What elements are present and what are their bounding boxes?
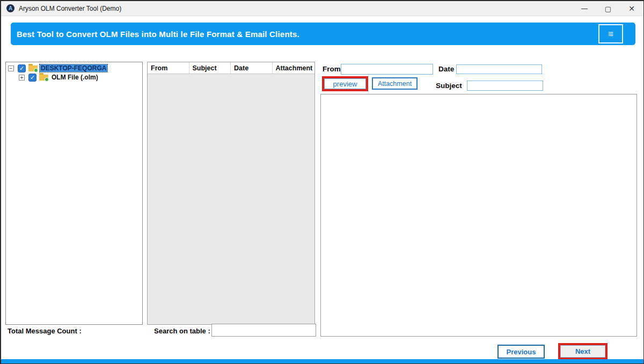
column-header-from[interactable]: From xyxy=(148,62,189,74)
attachment-button[interactable]: Attachment xyxy=(372,77,418,90)
app-window: A Aryson OLM Converter Tool (Demo) — ▢ ✕… xyxy=(0,0,644,364)
tree-item-label[interactable]: DESKTOP-FEQORGA xyxy=(40,64,107,72)
next-highlight-box: Next xyxy=(558,343,608,360)
expand-icon[interactable]: + xyxy=(19,75,25,81)
from-label: From xyxy=(323,65,341,73)
folder-icon xyxy=(39,75,48,81)
search-on-table-label: Search on table : xyxy=(154,327,210,335)
banner-text: Best Tool to Convert OLM Files into Mult… xyxy=(17,30,299,39)
column-header-date[interactable]: Date xyxy=(231,62,273,74)
folder-tree-panel: − ✓ DESKTOP-FEQORGA + ✓ OLM File (.olm) xyxy=(5,62,143,325)
date-field-wrap xyxy=(456,64,542,74)
column-header-subject[interactable]: Subject xyxy=(189,62,231,74)
subject-field[interactable] xyxy=(467,82,543,91)
bottom-accent-bar xyxy=(1,359,643,363)
close-icon[interactable]: ✕ xyxy=(620,1,643,16)
subject-field-wrap xyxy=(467,81,543,91)
tree-item-label[interactable]: OLM File (.olm) xyxy=(50,74,99,81)
preview-button[interactable]: preview xyxy=(324,78,366,89)
checkbox-checked-icon[interactable]: ✓ xyxy=(18,64,26,72)
minimize-icon[interactable]: — xyxy=(573,1,596,16)
tree-item-desktop[interactable]: − ✓ DESKTOP-FEQORGA xyxy=(6,64,142,72)
window-controls: — ▢ ✕ xyxy=(573,1,643,16)
tree-item-olm-file[interactable]: + ✓ OLM File (.olm) xyxy=(17,73,142,82)
hamburger-icon: ≡ xyxy=(608,30,613,39)
checkbox-checked-icon[interactable]: ✓ xyxy=(28,74,36,82)
column-header-attachment[interactable]: Attachment xyxy=(273,62,314,74)
subject-label: Subject xyxy=(436,82,462,90)
window-title: Aryson OLM Converter Tool (Demo) xyxy=(19,5,121,12)
date-label: Date xyxy=(438,65,454,73)
folder-icon xyxy=(28,65,38,71)
message-table-body xyxy=(148,74,314,324)
promo-banner: Best Tool to Convert OLM Files into Mult… xyxy=(11,23,635,45)
from-field-wrap xyxy=(341,64,433,75)
total-message-count-label: Total Message Count : xyxy=(8,327,82,335)
menu-button[interactable]: ≡ xyxy=(598,24,623,43)
previous-button[interactable]: Previous xyxy=(497,345,545,359)
preview-highlight-box: preview xyxy=(322,76,368,91)
email-preview-pane xyxy=(320,94,637,337)
search-input[interactable] xyxy=(212,324,316,336)
app-logo-icon: A xyxy=(6,4,14,12)
message-table: From Subject Date Attachment xyxy=(147,62,315,325)
search-field-wrap xyxy=(211,324,316,337)
title-bar: A Aryson OLM Converter Tool (Demo) — ▢ ✕ xyxy=(1,1,643,16)
from-field[interactable] xyxy=(341,65,433,75)
next-button[interactable]: Next xyxy=(560,345,605,358)
message-table-header: From Subject Date Attachment xyxy=(148,62,314,74)
collapse-icon[interactable]: − xyxy=(8,65,14,71)
maximize-icon[interactable]: ▢ xyxy=(596,1,620,16)
date-field[interactable] xyxy=(457,66,541,75)
